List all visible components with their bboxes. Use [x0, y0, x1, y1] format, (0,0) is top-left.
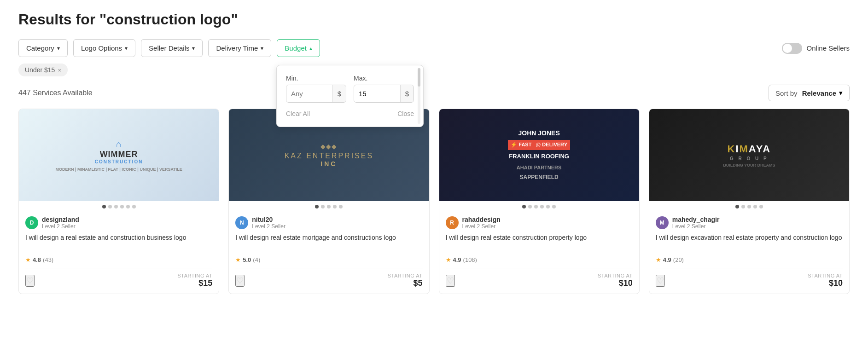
card1-image: ⌂ WIMMER CONSTRUCTION MODERN | MINAMLIST… — [19, 109, 219, 201]
min-input[interactable] — [286, 85, 332, 102]
card1-avatar: D — [25, 216, 38, 229]
filter-tags-row: Under $15 × — [18, 64, 850, 76]
card2-dots — [229, 201, 429, 210]
results-header: 447 Services Available Sort by Relevance… — [18, 85, 850, 101]
online-sellers-label: Online Sellers — [807, 44, 850, 52]
dot — [735, 205, 739, 208]
tag-label: Under $15 — [25, 66, 55, 74]
dot — [132, 205, 136, 208]
card3-rating-count: (108) — [463, 256, 477, 263]
seller-details-label: Seller Details — [149, 44, 189, 52]
card4-rating-count: (20) — [673, 256, 684, 263]
clear-all-button[interactable]: Clear All — [286, 110, 310, 117]
star-icon: ★ — [25, 256, 31, 263]
card2-seller-level: Level 2 Seller — [252, 223, 285, 230]
logo-options-filter[interactable]: Logo Options ▾ — [73, 39, 135, 57]
sort-value: Relevance — [802, 89, 836, 97]
card3-image-content: JOHN JONES ⚡ FAST @ DELIVERY FRANKLIN RO… — [439, 109, 639, 201]
card1-favorite-button[interactable]: ♡ — [25, 275, 35, 287]
card3-seller: R rahaddesign Level 2 Seller — [446, 216, 633, 230]
card1-seller-info: designzland Level 2 Seller — [42, 216, 79, 230]
card2-seller: N nitul20 Level 2 Seller — [235, 216, 422, 230]
dot — [540, 205, 544, 208]
card3-price: $10 — [598, 278, 633, 288]
card4-seller-name[interactable]: mahedy_chagir — [672, 216, 720, 223]
max-currency: $ — [400, 85, 414, 102]
card1-price-info: STARTING AT $15 — [177, 273, 212, 288]
budget-filter[interactable]: Budget ▴ — [277, 39, 320, 57]
card4-seller-level: Level 2 Seller — [672, 223, 720, 230]
card3-footer: ♡ STARTING AT $10 — [446, 268, 633, 288]
dropdown-scrollbar[interactable] — [418, 68, 420, 124]
dot — [759, 205, 763, 208]
delivery-time-chevron-icon: ▾ — [261, 45, 263, 52]
card4-title[interactable]: I will design excavation real estate pro… — [656, 233, 843, 252]
delivery-time-filter[interactable]: Delivery Time ▾ — [208, 39, 271, 57]
budget-actions: Clear All Close — [286, 110, 414, 117]
active-tag: Under $15 × — [18, 64, 68, 76]
page-container: Results for "construction logo" Category… — [0, 0, 868, 305]
card2-starting-at: STARTING AT — [388, 273, 423, 278]
budget-chevron-icon: ▴ — [309, 45, 312, 52]
card1-seller-name[interactable]: designzland — [42, 216, 79, 223]
card3-seller-name[interactable]: rahaddesign — [462, 216, 501, 223]
seller-details-chevron-icon: ▾ — [192, 45, 195, 52]
card2-favorite-button[interactable]: ♡ — [235, 275, 245, 287]
card2-price-info: STARTING AT $5 — [388, 273, 423, 288]
card4-image-content: KIMAYA G R O U P BUILDING YOUR DREAMS — [649, 109, 849, 201]
card1-body: D designzland Level 2 Seller I will desi… — [19, 210, 219, 294]
dot — [108, 205, 112, 208]
dot — [546, 205, 550, 208]
card4-image: KIMAYA G R O U P BUILDING YOUR DREAMS — [649, 109, 849, 201]
card3-seller-info: rahaddesign Level 2 Seller — [462, 216, 501, 230]
seller-details-filter[interactable]: Seller Details ▾ — [141, 39, 203, 57]
card2-footer: ♡ STARTING AT $5 — [235, 268, 422, 288]
card3-body: R rahaddesign Level 2 Seller I will desi… — [439, 210, 639, 294]
card1-footer: ♡ STARTING AT $15 — [25, 268, 212, 288]
tag-close-icon[interactable]: × — [58, 67, 61, 74]
card4-avatar: M — [656, 216, 669, 229]
star-icon: ★ — [235, 256, 241, 263]
card1-price: $15 — [177, 278, 212, 288]
dot — [747, 205, 751, 208]
card2-avatar: N — [235, 216, 248, 229]
card1-image-content: ⌂ WIMMER CONSTRUCTION MODERN | MINAMLIST… — [19, 109, 219, 201]
service-card-1: ⌂ WIMMER CONSTRUCTION MODERN | MINAMLIST… — [18, 109, 219, 294]
card3-starting-at: STARTING AT — [598, 273, 633, 278]
card4-seller: M mahedy_chagir Level 2 Seller — [656, 216, 843, 230]
star-icon: ★ — [656, 256, 661, 263]
budget-dropdown: Min. $ Max. $ Clear All Close — [276, 65, 424, 127]
category-filter[interactable]: Category ▾ — [18, 39, 68, 57]
card1-title[interactable]: I will design a real estate and construc… — [25, 233, 212, 252]
scrollbar-thumb — [418, 68, 420, 87]
close-button[interactable]: Close — [397, 110, 414, 117]
card2-seller-info: nitul20 Level 2 Seller — [252, 216, 285, 230]
min-input-wrap: $ — [286, 85, 346, 103]
filters-row: Category ▾ Logo Options ▾ Seller Details… — [18, 39, 850, 57]
card1-seller-level: Level 2 Seller — [42, 223, 79, 230]
card2-title[interactable]: I will design real estate mortgage and c… — [235, 233, 422, 252]
card2-rating-count: (4) — [253, 256, 260, 263]
logo-options-label: Logo Options — [81, 44, 122, 52]
online-sellers-toggle: Online Sellers — [782, 43, 850, 54]
card2-body: N nitul20 Level 2 Seller I will design r… — [229, 210, 429, 294]
dot — [522, 205, 526, 208]
card3-seller-level: Level 2 Seller — [462, 223, 501, 230]
card3-avatar: R — [446, 216, 459, 229]
card3-title[interactable]: I will design real estate construction p… — [446, 233, 633, 252]
sort-button[interactable]: Sort by Relevance ▾ — [769, 85, 850, 101]
service-card-2: ◆◆◆ KAZ ENTERPRISES INC N nitul20 — [228, 109, 429, 294]
card4-dots — [649, 201, 849, 210]
online-sellers-switch[interactable] — [782, 43, 802, 54]
card4-favorite-button[interactable]: ♡ — [656, 275, 665, 287]
card4-rating: ★ 4.9 (20) — [656, 256, 843, 263]
card3-favorite-button[interactable]: ♡ — [446, 275, 455, 287]
dot — [339, 205, 343, 208]
service-card-4: KIMAYA G R O U P BUILDING YOUR DREAMS M — [649, 109, 850, 294]
dot — [753, 205, 757, 208]
dot — [528, 205, 532, 208]
max-input[interactable] — [354, 85, 400, 102]
card1-dots — [19, 201, 219, 210]
card2-seller-name[interactable]: nitul20 — [252, 216, 285, 223]
card1-starting-at: STARTING AT — [177, 273, 212, 278]
